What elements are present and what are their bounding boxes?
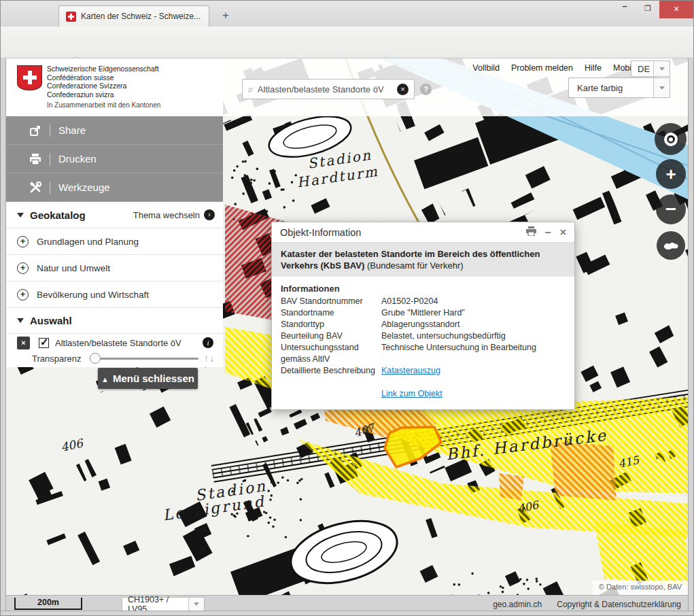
category-bevoelkerung-und-wirtschaft[interactable]: + Bevölkerung und Wirtschaft — [6, 281, 223, 308]
active-layer-row: × Altlasten/belastete Standorte öV i — [6, 334, 223, 349]
language-select[interactable]: DE — [631, 61, 670, 77]
info-row: Beurteilung BAVBelastet, untersuchungsbe… — [281, 330, 566, 342]
collapse-triangle-icon — [17, 318, 24, 323]
browser-tab[interactable]: Karten der Schweiz - Schweize... — [58, 5, 209, 27]
swiss-flag-favicon — [66, 12, 76, 22]
info-row: Untersuchungsstand gemäss AltlVTechnisch… — [281, 342, 566, 365]
browser-window: Karten der Schweiz - Schweize... + – ❐ ×… — [0, 0, 694, 616]
footer-bar: 200m CH1903+ / LV95 geo.admin.ch Copyrig… — [6, 595, 688, 612]
header-link-hilfe[interactable]: Hilfe — [585, 63, 602, 73]
map-attribution: © Daten: swisstopo, BAV — [593, 581, 688, 595]
popup-body: Informationen BAV StandortnummerA01502-P… — [272, 277, 574, 409]
share-icon — [28, 124, 43, 137]
popup-title: Objekt-Information — [280, 227, 361, 238]
info-row: BAV StandortnummerA01502-P0204 — [281, 296, 566, 307]
zoom-in-icon: + — [665, 164, 676, 185]
expand-plus-icon: + — [17, 289, 29, 301]
info-row: StandorttypAblagerungsstandort — [281, 319, 566, 330]
menu-close-button[interactable]: ▲Menü schliessen — [98, 368, 198, 389]
zoom-in-button[interactable]: + — [656, 159, 686, 189]
map-search-bar[interactable]: ⌕ × — [242, 79, 415, 99]
collapse-triangle-icon — [17, 213, 24, 218]
geocatalog-panel: Geokatalog Thema wechseln › + Grundlagen… — [6, 202, 223, 367]
sidebar-item-label: Share — [58, 124, 86, 136]
sidebar-item-werkzeuge[interactable]: Werkzeuge — [6, 173, 223, 202]
popup-minimize-icon[interactable]: – — [545, 227, 551, 238]
window-frame-right — [688, 58, 693, 615]
tab-title: Karten der Schweiz - Schweize... — [81, 12, 201, 21]
popup-layer-banner: Kataster der belasteten Standorte im Ber… — [272, 243, 574, 277]
category-natur-und-umwelt[interactable]: + Natur und Umwelt — [6, 255, 223, 281]
clear-search-icon[interactable]: × — [397, 84, 409, 95]
swiss-extent-button[interactable] — [657, 231, 685, 260]
map-style-select[interactable]: Karte farbig — [568, 78, 670, 98]
page-header: Schweizerische Eidgenossenschaft Confédé… — [6, 58, 688, 116]
sidebar-item-drucken[interactable]: Drucken — [6, 145, 223, 173]
layer-info-icon[interactable]: i — [203, 337, 213, 348]
chevron-down-icon — [653, 61, 670, 76]
window-frame-bottom — [1, 611, 693, 615]
window-close-button[interactable]: × — [659, 1, 693, 18]
swiss-shield-logo — [17, 65, 42, 90]
expand-plus-icon: + — [17, 236, 29, 247]
map-search-input[interactable] — [258, 84, 393, 95]
confederation-logo-block: Schweizerische Eidgenossenschaft Confédé… — [6, 58, 223, 116]
zoom-out-icon: − — [665, 199, 676, 220]
logo-subline: In Zusammenarbeit mit den Kantonen — [47, 101, 160, 109]
new-tab-button[interactable]: + — [217, 7, 235, 24]
geolocate-button[interactable] — [655, 123, 687, 155]
sidebar-item-share[interactable]: Share — [6, 116, 223, 145]
remove-layer-icon[interactable]: × — [17, 337, 30, 349]
slider-knob[interactable] — [90, 353, 101, 364]
object-information-popup: Objekt-Information – × Kataster der bela… — [271, 222, 575, 410]
object-link[interactable]: Link zum Objekt — [381, 389, 443, 398]
popup-print-icon[interactable] — [526, 226, 536, 239]
transparency-row: Transparenz ↑↓ — [6, 349, 223, 367]
katasterauszug-link[interactable]: Katasterauszug — [381, 366, 440, 375]
arrow-right-circle-icon: › — [204, 209, 215, 220]
layer-visibility-checkbox[interactable] — [39, 338, 49, 348]
info-row: Detaillierte BeschreibungKatasterauszug — [281, 365, 566, 377]
arrow-up-icon: ▲ — [101, 375, 109, 383]
layer-label: Altlasten/belastete Standorte öV — [55, 338, 181, 348]
layer-reorder-icons[interactable]: ↑↓ — [204, 353, 215, 364]
auswahl-header[interactable]: Auswahl — [6, 308, 223, 334]
window-minimize-button[interactable]: – — [613, 1, 636, 18]
popup-section-title: Informationen — [281, 284, 566, 294]
popup-close-icon[interactable]: × — [560, 227, 566, 238]
window-maximize-button[interactable]: ❐ — [636, 1, 659, 18]
search-icon: ⌕ — [248, 84, 254, 95]
logo-line: Schweizerische Eidgenossenschaft — [47, 65, 159, 73]
overlay-yellow-zone-3 — [594, 521, 689, 585]
footer-link-copyright[interactable]: Copyright & Datenschutzerklärung — [557, 600, 681, 609]
header-link-problem-melden[interactable]: Problem melden — [511, 63, 573, 73]
overlay-orange-zone-2 — [550, 441, 617, 500]
popup-header[interactable]: Objekt-Information – × — [272, 222, 574, 243]
overlay-orange-zone-3 — [499, 473, 524, 500]
title-bar: Karten der Schweiz - Schweize... + – ❐ × — [1, 1, 693, 27]
projection-select[interactable]: CH1903+ / LV95 — [122, 597, 205, 611]
search-help-icon[interactable]: ? — [420, 84, 432, 95]
browser-toolbar: ← ● map.geo.admin.ch/?X=249138.11&Y=6806… — [1, 27, 693, 58]
geokatalog-title: Geokatalog — [30, 209, 86, 221]
tools-icon — [28, 182, 43, 194]
transparency-slider[interactable] — [91, 358, 198, 360]
geokatalog-header[interactable]: Geokatalog Thema wechseln › — [6, 202, 223, 228]
window-frame-left — [1, 58, 6, 615]
expand-plus-icon: + — [17, 262, 29, 274]
logo-line: Confédération suisse — [47, 73, 159, 82]
header-link-vollbild[interactable]: Vollbild — [472, 63, 500, 73]
logo-line: Confederazione Svizzera — [47, 82, 159, 90]
sidebar: Share Drucken Werkzeuge Geokatalog — [6, 116, 223, 367]
switzerland-outline-icon — [662, 239, 680, 252]
geolocate-icon — [664, 133, 678, 146]
transparency-label: Transparenz — [32, 354, 82, 364]
category-grundlagen-und-planung[interactable]: + Grundlagen und Planung — [6, 228, 223, 255]
footer-link-geoadmin[interactable]: geo.admin.ch — [493, 600, 542, 609]
logo-line: Confederaziun svizra — [47, 90, 159, 99]
sidebar-item-label: Werkzeuge — [58, 182, 110, 193]
print-icon — [28, 153, 43, 165]
zoom-out-button[interactable]: − — [656, 194, 686, 224]
chevron-down-icon — [188, 598, 204, 611]
theme-switch-button[interactable]: Thema wechseln › — [133, 209, 215, 220]
